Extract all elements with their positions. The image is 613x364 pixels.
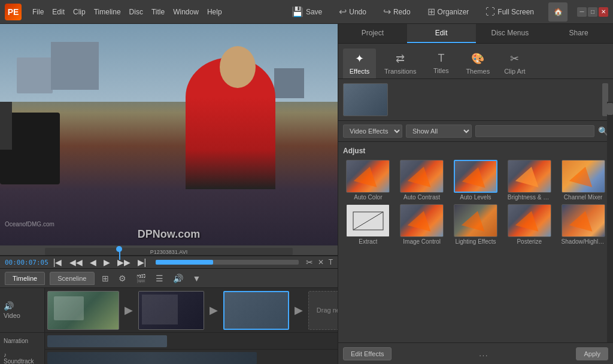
effect-shadow-highlight-label: Shadow/Highlight (562, 238, 605, 245)
clipart-icon: ✂ (510, 52, 519, 65)
fullscreen-button[interactable]: ⛶ Full Screen (481, 4, 539, 20)
video-track-content[interactable]: ▶ ▶ ▶ Drag next clip here ▶ (45, 288, 338, 332)
clip-1[interactable] (47, 291, 119, 330)
soundtrack-clip[interactable] (47, 352, 257, 364)
effect-lighting-effects[interactable]: Lighting Effects (451, 204, 501, 245)
soundtrack-track-content[interactable] (45, 350, 338, 365)
menu-clip[interactable]: Clip (69, 7, 89, 17)
effect-auto-contrast-thumb[interactable] (400, 160, 444, 193)
volume-scrubber[interactable] (156, 260, 299, 265)
rewind-start-button[interactable]: |◀ (51, 256, 65, 268)
clip-label: P12303831.AVI (150, 249, 187, 255)
scrub-area[interactable]: P12303831.AVI (0, 245, 338, 256)
subtab-titles[interactable]: T Titles (424, 48, 457, 78)
effect-posterize-thumb[interactable] (508, 204, 551, 237)
narration-clip[interactable] (47, 335, 167, 347)
organizer-button[interactable]: ⊞ Organizer (423, 4, 474, 20)
save-button[interactable]: 💾 Save (287, 4, 327, 20)
main-layout: DPNow.com OceanofDMG.com P12303831.AVI 0… (0, 24, 613, 364)
subtab-effects[interactable]: ✦ Effects (343, 48, 376, 78)
forward-end-button[interactable]: ▶| (135, 256, 149, 268)
effect-brightness-contrast-thumb[interactable] (508, 160, 551, 193)
video-track-label: 🔊 Video (0, 288, 45, 332)
maximize-button[interactable]: □ (588, 7, 597, 17)
effect-auto-levels-thumb[interactable] (454, 160, 497, 193)
narration-track-content[interactable] (45, 333, 338, 350)
effect-auto-levels[interactable]: Auto Levels (451, 160, 501, 201)
effect-channel-mixer[interactable]: Channel Mixer (558, 160, 608, 201)
split-icon[interactable]: ✕ (318, 258, 324, 266)
apply-button[interactable]: Apply (576, 347, 608, 360)
drop-zone[interactable]: Drag next clip here (308, 291, 338, 330)
menu-timeline[interactable]: Timeline (90, 7, 125, 17)
tab-disc-menus[interactable]: Disc Menus (476, 24, 545, 43)
category-select[interactable]: Video Effects Audio Effects (343, 125, 402, 138)
effect-auto-levels-label: Auto Levels (460, 194, 491, 201)
forward-button[interactable]: ▶▶ (115, 256, 133, 268)
effect-extract-thumb[interactable] (346, 204, 390, 237)
clip-2[interactable] (138, 291, 204, 330)
effect-posterize[interactable]: Posterize (504, 204, 554, 245)
tab-edit[interactable]: Edit (407, 24, 476, 43)
effect-image-control[interactable]: Image Control (397, 204, 447, 245)
clip-3[interactable] (223, 291, 289, 330)
show-select[interactable]: Show All Show Favorites (406, 125, 472, 138)
timeline-icon5[interactable]: 🔊 (171, 272, 186, 284)
soundtrack-track: ♪ Soundtrack (0, 350, 338, 364)
scrollbar-thumb[interactable] (607, 103, 613, 115)
timeline-icon4[interactable]: ☰ (153, 272, 166, 284)
menu-disc[interactable]: Disc (126, 7, 147, 17)
text-icon[interactable]: T (329, 258, 333, 266)
effect-shadow-highlight[interactable]: Shadow/Highlight (558, 204, 608, 245)
search-input[interactable] (475, 125, 594, 137)
right-scrollbar[interactable] (607, 102, 613, 342)
arrow-2: ▶ (207, 291, 221, 330)
effect-shadow-highlight-thumb[interactable] (562, 204, 605, 237)
effect-image-control-thumb[interactable] (400, 204, 444, 237)
edit-effects-button[interactable]: Edit Effects (343, 347, 392, 360)
effect-auto-contrast[interactable]: Auto Contrast (397, 160, 447, 201)
play-button[interactable]: ▶ (101, 256, 113, 268)
menu-window[interactable]: Window (169, 7, 202, 17)
redo-button[interactable]: ↪ Redo (378, 4, 415, 20)
minimize-button[interactable]: ─ (577, 7, 587, 17)
music-icon: ♪ (4, 351, 7, 358)
effect-brightness-contrast[interactable]: Brightness & Contrast (504, 160, 554, 201)
effect-lighting-effects-thumb[interactable] (454, 204, 497, 237)
save-icon: 💾 (292, 6, 304, 17)
subtab-themes[interactable]: 🎨 Themes (460, 48, 496, 78)
rewind-button[interactable]: ◀ (87, 256, 99, 268)
timeline-icon6[interactable]: ▼ (190, 272, 204, 284)
sceneline-tab[interactable]: Sceneline (50, 272, 94, 285)
bottom-panel: Timeline Sceneline ⊞ ⚙ 🎬 ☰ 🔊 ▼ 🔊 Video (0, 268, 338, 364)
subtab-transitions[interactable]: ⇄ Transitions (378, 48, 422, 78)
speaker-icon: 🔊 (4, 301, 14, 311)
cut-icon[interactable]: ✂ (306, 257, 313, 267)
effect-image-control-label: Image Control (403, 238, 441, 245)
home-button[interactable]: 🏠 (548, 2, 568, 22)
menu-title[interactable]: Title (148, 7, 168, 17)
undo-button[interactable]: ↩ Undo (334, 4, 371, 20)
effect-extract[interactable]: Extract (343, 204, 393, 245)
menu-edit[interactable]: Edit (48, 7, 68, 17)
effect-channel-mixer-label: Channel Mixer (564, 194, 602, 201)
tab-project[interactable]: Project (338, 24, 407, 43)
toolbar: PE File Edit Clip Timeline Disc Title Wi… (0, 0, 613, 24)
menu-file[interactable]: File (29, 7, 47, 17)
timeline-icon2[interactable]: ⚙ (116, 272, 129, 284)
effect-channel-mixer-thumb[interactable] (562, 160, 605, 193)
timeline-icon1[interactable]: ⊞ (99, 272, 111, 284)
effect-auto-color[interactable]: Auto Color (343, 160, 393, 201)
strip-thumb-1[interactable] (343, 83, 388, 116)
timeline-header: Timeline Sceneline ⊞ ⚙ 🎬 ☰ 🔊 ▼ (0, 269, 338, 288)
timeline-icon3[interactable]: 🎬 (133, 272, 148, 284)
prev-frame-button[interactable]: ◀◀ (67, 256, 85, 268)
menu-help[interactable]: Help (204, 7, 226, 17)
close-button[interactable]: ✕ (599, 7, 608, 17)
effect-auto-color-thumb[interactable] (346, 160, 390, 193)
subtab-clipart[interactable]: ✂ Clip Art (498, 48, 531, 78)
toolbar-actions: 💾 Save ↩ Undo ↪ Redo ⊞ Organizer ⛶ Full … (287, 2, 608, 22)
tab-share[interactable]: Share (544, 24, 613, 43)
more-options[interactable]: ... (479, 350, 488, 358)
timeline-tab[interactable]: Timeline (5, 272, 45, 285)
